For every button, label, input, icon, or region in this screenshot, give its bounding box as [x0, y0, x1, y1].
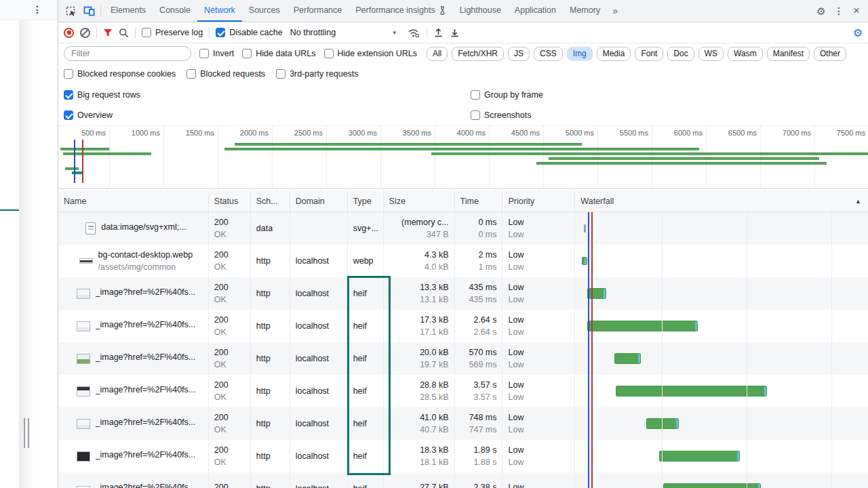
request-name-text: bg-contact-desktop.webp — [98, 250, 193, 260]
priority-primary: Low — [508, 445, 574, 455]
column-header-priority[interactable]: Priority — [502, 191, 575, 211]
checkbox-unchecked — [471, 90, 480, 100]
tab-label: Sources — [249, 5, 280, 15]
cell-size: 4.3 kB4.0 kB — [384, 245, 455, 277]
waterfall-bar — [582, 257, 587, 265]
tab-memory[interactable]: Memory — [563, 0, 607, 22]
filter-type-other[interactable]: Other — [814, 47, 846, 61]
filter-type-js[interactable]: JS — [508, 47, 530, 61]
size-primary: 41.0 kB — [420, 413, 448, 422]
settings-gear-icon[interactable]: ⚙ — [812, 0, 830, 22]
page-menu-dots-icon[interactable]: ⋮ — [33, 4, 42, 15]
search-icon[interactable] — [119, 28, 129, 38]
status-secondary: OK — [214, 392, 250, 402]
hide-data-urls-checkbox[interactable]: Hide data URLs — [242, 49, 315, 58]
filter-type-img[interactable]: Img — [567, 47, 593, 61]
cell-scheme: http — [251, 440, 290, 472]
group-by-frame-checkbox[interactable]: Group by frame — [471, 84, 543, 105]
tab-lighthouse[interactable]: Lighthouse — [453, 0, 508, 22]
priority-primary: Low — [508, 380, 574, 390]
overview-time-tick: 3000 ms — [349, 129, 380, 137]
cell-scheme-value: http — [256, 321, 290, 331]
big-request-rows-checkbox[interactable]: Big request rows — [64, 84, 140, 105]
column-header-type[interactable]: Type — [348, 191, 384, 211]
filter-funnel-icon[interactable] — [103, 28, 113, 37]
hide-extension-urls-checkbox[interactable]: Hide extension URLs — [324, 49, 417, 58]
cell-status: 200OK — [209, 375, 251, 407]
network-settings-gear-icon[interactable]: ⚙ — [853, 26, 863, 39]
devtools-menu-dots-icon[interactable]: ⋮ — [830, 0, 848, 22]
cell-waterfall — [575, 212, 868, 245]
close-devtools-icon[interactable]: × — [848, 0, 865, 22]
filter-input[interactable] — [64, 46, 191, 61]
toggle-device-toolbar-icon[interactable] — [80, 0, 98, 22]
size-secondary: 18.1 kB — [420, 458, 448, 467]
cell-type: heif — [348, 277, 384, 310]
cell-scheme-value: http — [256, 354, 290, 363]
request-name: _image?href=%2F%40fs... — [96, 483, 196, 488]
disable-cache-checkbox[interactable]: Disable cache — [216, 28, 283, 37]
third-party-requests-checkbox[interactable]: 3rd-party requests — [276, 69, 358, 79]
column-header-scheme[interactable]: Sch... — [251, 191, 290, 211]
import-har-icon[interactable] — [433, 27, 443, 38]
tab-performance[interactable]: Performance — [287, 0, 349, 22]
filter-type-css[interactable]: CSS — [534, 47, 563, 61]
cell-name: _image?href=%2F%40fs... — [58, 310, 209, 342]
export-har-icon[interactable] — [450, 27, 460, 38]
column-header-size[interactable]: Size — [384, 191, 455, 211]
filter-type-wasm[interactable]: Wasm — [728, 47, 763, 61]
network-overview-timeline[interactable]: 500 ms1000 ms1500 ms2000 ms2500 ms3000 m… — [58, 125, 868, 189]
request-name: _image?href=%2F%40fs... — [96, 352, 196, 365]
network-conditions-icon[interactable] — [408, 28, 420, 38]
blocked-requests-checkbox[interactable]: Blocked requests — [186, 69, 265, 79]
tab-network[interactable]: Network — [197, 0, 242, 22]
tab-application[interactable]: Application — [508, 0, 563, 22]
column-header-status[interactable]: Status — [209, 191, 251, 211]
filter-type-ws[interactable]: WS — [698, 47, 724, 61]
filter-type-font[interactable]: Font — [635, 47, 663, 61]
cell-priority: LowLow — [502, 407, 575, 440]
priority-primary: Low — [508, 413, 574, 422]
size-primary: 20.0 kB — [420, 348, 448, 357]
tab-sources[interactable]: Sources — [242, 0, 287, 22]
dcl-event-line — [588, 212, 589, 488]
column-header-time[interactable]: Time — [455, 191, 503, 211]
filter-type-doc[interactable]: Doc — [667, 47, 694, 61]
tab-console[interactable]: Console — [153, 0, 197, 22]
clear-network-log-icon[interactable] — [80, 28, 90, 38]
screenshots-checkbox[interactable]: Screenshots — [471, 105, 531, 125]
overview-request-bar — [235, 143, 582, 146]
cell-waterfall — [575, 342, 868, 375]
record-network-log-button[interactable] — [64, 28, 74, 38]
overview-gridline — [272, 126, 273, 188]
tab-elements[interactable]: Elements — [104, 0, 153, 22]
filter-type-fetch-xhr[interactable]: Fetch/XHR — [452, 47, 504, 61]
blocked-response-cookies-checkbox[interactable]: Blocked response cookies — [64, 69, 176, 79]
request-name-text: _image?href=%2F%40fs... — [96, 352, 196, 362]
priority-secondary: Low — [508, 360, 574, 369]
status-primary: 200 — [214, 483, 250, 488]
column-header-domain[interactable]: Domain — [290, 191, 348, 211]
waterfall-bar — [587, 321, 698, 331]
tab-performance-insights[interactable]: Performance insights — [349, 0, 452, 22]
waterfall-bar — [587, 288, 606, 299]
tab-label: Memory — [570, 5, 600, 15]
group-by-frame-label: Group by frame — [484, 90, 543, 100]
overview-time-tick: 3500 ms — [403, 129, 435, 137]
invert-checkbox[interactable]: Invert — [199, 49, 234, 58]
column-header-waterfall[interactable]: Waterfall▲ — [575, 191, 868, 211]
preserve-log-checkbox[interactable]: Preserve log — [142, 28, 203, 37]
filter-type-media[interactable]: Media — [597, 47, 631, 61]
throttling-select[interactable]: No throttling ▼ — [290, 28, 397, 37]
page-scrollbar-handle[interactable] — [24, 418, 29, 448]
column-header-name[interactable]: Name — [58, 191, 209, 211]
more-tabs-button[interactable]: » — [607, 0, 623, 22]
column-header-label: Sch... — [256, 197, 278, 206]
cell-type: webp — [348, 245, 384, 277]
flask-icon — [439, 6, 446, 15]
status-secondary: OK — [214, 230, 250, 239]
filter-type-manifest[interactable]: Manifest — [767, 47, 810, 61]
inspect-element-icon[interactable] — [62, 0, 80, 22]
filter-type-all[interactable]: All — [427, 47, 448, 61]
overview-checkbox[interactable]: Overview — [64, 105, 113, 125]
